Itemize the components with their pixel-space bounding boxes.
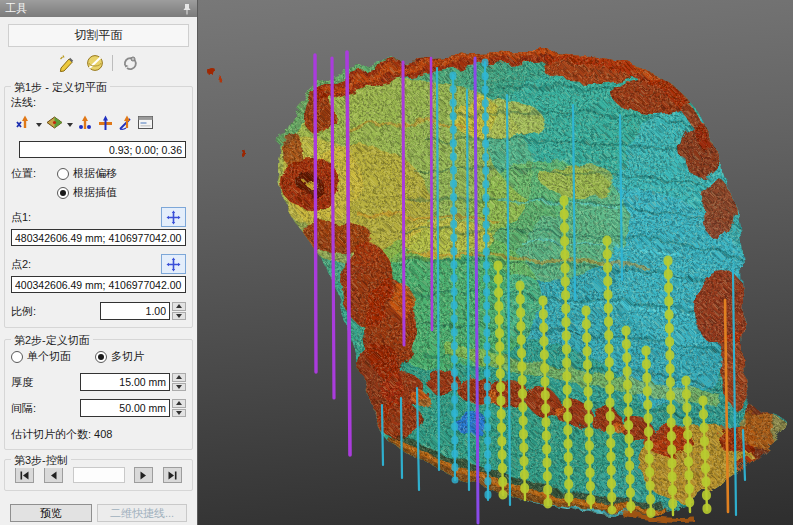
point1-input[interactable]: [11, 229, 186, 246]
sphere-icon[interactable]: [85, 53, 105, 73]
polyline-2d-button: 二维快捷线...: [97, 504, 187, 522]
radio-by-value[interactable]: 根据插值: [57, 185, 117, 200]
pick-point-icon: [166, 210, 181, 225]
axis-x-icon[interactable]: [15, 114, 32, 135]
slice-toolbar: [0, 51, 197, 75]
tool-title: 切割平面: [8, 24, 189, 47]
pick-point1-button[interactable]: [161, 207, 186, 227]
orbit-icon[interactable]: [120, 53, 140, 73]
normal-direction-toolbar: [15, 114, 186, 135]
spacing-input[interactable]: [80, 399, 170, 417]
first-icon[interactable]: [15, 467, 34, 483]
preview-button[interactable]: 预览: [10, 504, 92, 522]
radio-single-section[interactable]: 单个切面: [11, 349, 95, 364]
chevron-down-icon[interactable]: [67, 123, 73, 127]
edit-slice-icon[interactable]: [58, 53, 78, 73]
point-cloud-surface: [265, 40, 788, 525]
point-cloud-render: [198, 0, 793, 525]
spin-down-icon[interactable]: [172, 312, 186, 321]
spin-down-icon[interactable]: [172, 383, 186, 392]
axis-angle-icon[interactable]: [117, 114, 134, 135]
radio-single-label: 单个切面: [27, 349, 71, 364]
pin-icon[interactable]: [182, 3, 192, 15]
spin-up-icon[interactable]: [172, 399, 186, 408]
radio-by-offset[interactable]: 根据偏移: [57, 166, 117, 181]
spacing-spinbox: [80, 399, 186, 417]
spin-down-icon[interactable]: [172, 409, 186, 418]
axis-two-points-icon[interactable]: [77, 114, 94, 135]
application-window: 工具 切割平面 第1步 - 定义切平面 法线:: [0, 0, 793, 525]
step1-group: 第1步 - 定义切平面 法线:: [4, 86, 193, 328]
normal-label: 法线:: [11, 95, 186, 110]
plane-pick-icon[interactable]: [46, 114, 63, 135]
step2-group: 第2步-定义切面 单个切面 多切片 厚度: [4, 339, 193, 450]
scale-input[interactable]: [100, 302, 170, 320]
normal-vector-input[interactable]: [19, 141, 186, 158]
scale-label: 比例:: [11, 304, 36, 319]
dialog-icon[interactable]: [137, 114, 154, 135]
axis-vertical-icon[interactable]: [97, 114, 114, 135]
radio-multi-slice[interactable]: 多切片: [95, 349, 144, 364]
radio-circle[interactable]: [57, 168, 69, 180]
thickness-input[interactable]: [80, 373, 170, 391]
pick-point2-button[interactable]: [161, 254, 186, 274]
step1-group-label: 第1步 - 定义切平面: [11, 80, 110, 95]
point1-label: 点1:: [11, 210, 31, 225]
radio-circle[interactable]: [11, 351, 23, 363]
last-icon[interactable]: [163, 467, 182, 483]
step3-group-label: 第3步-控制: [11, 453, 71, 468]
radio-circle[interactable]: [95, 351, 107, 363]
thickness-spinbox: [80, 373, 186, 391]
radio-by-value-label: 根据插值: [73, 185, 117, 200]
tools-dock-panel: 工具 切割平面 第1步 - 定义切平面 法线:: [0, 0, 198, 525]
chevron-down-icon[interactable]: [36, 123, 42, 127]
position-label: 位置:: [11, 166, 57, 181]
point2-label: 点2:: [11, 257, 31, 272]
panel-title: 工具: [5, 1, 27, 16]
point2-input[interactable]: [11, 276, 186, 293]
spin-up-icon[interactable]: [172, 373, 186, 382]
pick-point-icon: [166, 257, 181, 272]
radio-multi-label: 多切片: [111, 349, 144, 364]
toolbar-separator: [112, 55, 113, 71]
slice-count-estimate: 估计切片的个数: 408: [11, 427, 186, 442]
step3-group: 第3步-控制: [4, 459, 193, 491]
radio-by-offset-label: 根据偏移: [73, 166, 117, 181]
slice-index-input[interactable]: [73, 467, 125, 483]
next-icon[interactable]: [134, 467, 153, 483]
thickness-label: 厚度: [11, 375, 33, 390]
step2-group-label: 第2步-定义切面: [11, 333, 93, 348]
viewport-3d[interactable]: [198, 0, 793, 525]
spacing-label: 间隔:: [11, 401, 36, 416]
previous-icon[interactable]: [44, 467, 63, 483]
panel-titlebar[interactable]: 工具: [0, 0, 197, 17]
radio-circle[interactable]: [57, 187, 69, 199]
scale-spinbox: [100, 302, 186, 320]
spin-up-icon[interactable]: [172, 302, 186, 311]
